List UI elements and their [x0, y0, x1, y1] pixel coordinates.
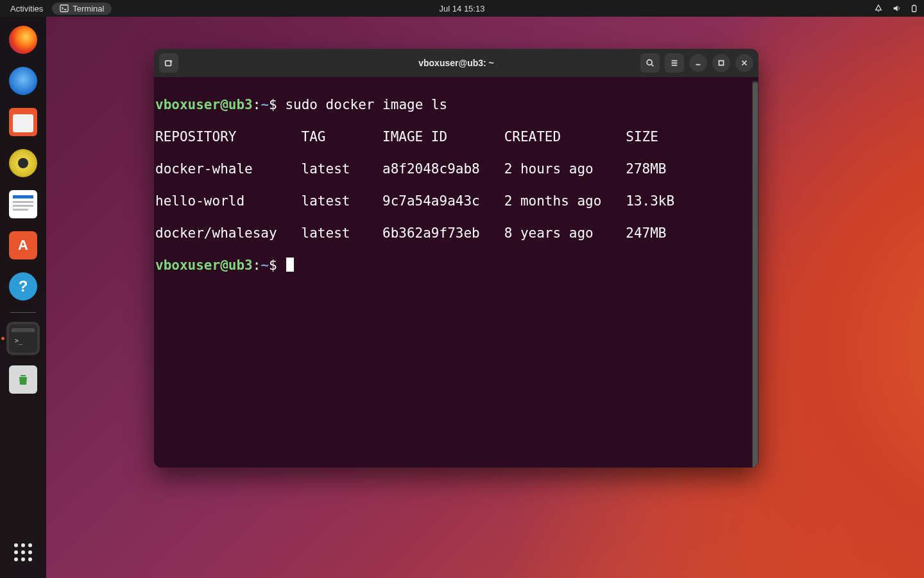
svg-point-7 — [14, 550, 18, 554]
header-created: CREATED — [504, 129, 626, 145]
search-icon — [646, 58, 654, 67]
rhythmbox-icon — [9, 149, 37, 177]
svg-point-14 — [647, 60, 652, 65]
search-button[interactable] — [640, 53, 660, 73]
terminal-icon — [60, 4, 69, 13]
svg-point-4 — [14, 543, 18, 547]
focused-app-label: Terminal — [73, 4, 104, 13]
minimize-icon — [694, 58, 703, 67]
hamburger-icon — [670, 58, 679, 67]
header-repository: REPOSITORY — [155, 129, 302, 145]
dock-item-terminal[interactable]: >_ — [6, 322, 40, 355]
window-titlebar[interactable]: vboxuser@ub3: ~ — [154, 49, 758, 77]
svg-point-5 — [21, 543, 25, 547]
svg-point-8 — [21, 550, 25, 554]
dock-item-firefox[interactable] — [6, 23, 40, 57]
svg-point-6 — [28, 543, 32, 547]
header-tag: TAG — [302, 129, 382, 145]
svg-point-1 — [878, 11, 879, 12]
svg-point-12 — [28, 557, 32, 561]
svg-rect-3 — [913, 4, 915, 6]
dock-divider — [10, 312, 36, 313]
close-icon — [740, 58, 749, 67]
table-row: docker/whalesaylatest6b362a9f73eb8 years… — [154, 225, 752, 241]
clock[interactable]: Jul 14 15:13 — [440, 4, 485, 13]
dock-item-thunderbird[interactable] — [6, 64, 40, 98]
activities-button[interactable]: Activities — [5, 4, 48, 13]
focused-app-indicator[interactable]: Terminal — [52, 3, 112, 15]
new-tab-icon — [164, 58, 173, 67]
command-text: sudo docker image ls — [285, 97, 447, 112]
gnome-top-bar: Activities Terminal Jul 14 15:13 — [0, 0, 924, 17]
show-applications-button[interactable] — [6, 536, 40, 569]
trash-icon — [9, 365, 37, 394]
power-icon[interactable] — [910, 4, 919, 13]
terminal-app-icon: >_ — [9, 324, 37, 353]
window-title: vboxuser@ub3: ~ — [418, 58, 494, 68]
dock-item-libreoffice-writer[interactable] — [6, 188, 40, 221]
software-center-icon: A — [9, 231, 37, 259]
svg-point-10 — [14, 557, 18, 561]
dock-item-rhythmbox[interactable] — [6, 146, 40, 180]
libreoffice-writer-icon — [9, 190, 37, 218]
prompt-path: ~ — [261, 97, 269, 112]
hamburger-menu-button[interactable] — [665, 53, 684, 73]
dock-item-files[interactable] — [6, 105, 40, 139]
volume-icon[interactable] — [892, 4, 901, 13]
scrollbar-thumb[interactable] — [753, 82, 758, 468]
svg-point-11 — [21, 557, 25, 561]
maximize-icon — [717, 58, 726, 67]
dock-item-help[interactable]: ? — [6, 270, 40, 303]
apps-grid-icon — [12, 541, 34, 563]
dock-item-trash[interactable] — [6, 363, 40, 396]
svg-rect-15 — [719, 61, 724, 66]
table-row: docker-whalelatesta8f2048c9ab82 hours ag… — [154, 161, 752, 177]
dash-dock: A ? >_ — [0, 17, 46, 578]
terminal-body[interactable]: vboxuser@ub3:~$ sudo docker image ls REP… — [154, 77, 758, 468]
table-row: hello-worldlatest9c7a54a9a43c2 months ag… — [154, 193, 752, 209]
terminal-cursor — [286, 258, 294, 272]
dock-item-software[interactable]: A — [6, 229, 40, 262]
svg-rect-2 — [912, 6, 916, 12]
files-icon — [9, 108, 37, 136]
network-icon[interactable] — [874, 4, 883, 13]
new-tab-button[interactable] — [159, 53, 178, 73]
header-size: SIZE — [626, 129, 690, 145]
prompt-host: ub3 — [228, 97, 253, 112]
header-image-id: IMAGE ID — [382, 129, 504, 145]
minimize-button[interactable] — [689, 54, 707, 72]
maximize-button[interactable] — [712, 54, 730, 72]
help-icon: ? — [9, 272, 37, 301]
prompt-user: vboxuser — [155, 97, 220, 112]
terminal-window: vboxuser@ub3: ~ vboxuser@ub3:~$ sudo doc… — [154, 49, 758, 468]
terminal-output[interactable]: vboxuser@ub3:~$ sudo docker image ls REP… — [154, 81, 752, 468]
svg-rect-0 — [60, 5, 68, 12]
svg-point-9 — [28, 550, 32, 554]
terminal-scrollbar[interactable] — [752, 81, 758, 468]
firefox-icon — [9, 26, 37, 54]
thunderbird-icon — [9, 67, 37, 95]
close-button[interactable] — [735, 54, 753, 72]
